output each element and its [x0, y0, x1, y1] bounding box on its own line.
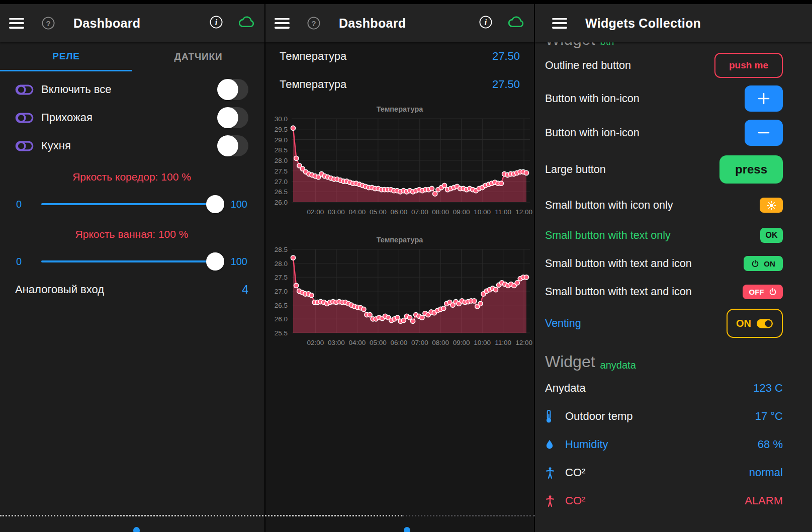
data-row-co2-normal: CO² normal	[545, 459, 783, 487]
svg-text:27.5: 27.5	[275, 167, 288, 175]
switch-label: Включить все	[41, 83, 111, 96]
svg-text:Температура: Температура	[377, 105, 424, 113]
button-label: OFF	[749, 288, 764, 296]
menu-icon[interactable]	[275, 18, 290, 29]
ok-button[interactable]: OK	[760, 228, 783, 243]
widget-row-plus: Button with ion-icon	[545, 81, 783, 116]
data-value: normal	[749, 466, 783, 479]
temperature-chart-2: 02:0003:0004:0005:0006:0007:0008:0009:00…	[265, 234, 534, 352]
widget-heading-title: Widget	[545, 42, 595, 48]
svg-text:03:00: 03:00	[328, 339, 345, 346]
venting-toggle-button[interactable]: ON	[727, 309, 783, 338]
temperature-value: 27.50	[492, 78, 520, 91]
bottom-dotted-divider	[0, 515, 402, 516]
decrement-button[interactable]	[745, 120, 783, 146]
svg-text:26.0: 26.0	[275, 199, 288, 206]
page-title: Widgets Collection	[585, 16, 701, 31]
power-icon	[769, 288, 777, 296]
panel-dashboard-sensors: ? Dashboard i Температура 27.50 Температ…	[265, 4, 534, 532]
widget-row-on-button: Small button with text and icon ON	[545, 249, 783, 278]
row-label: Button with ion-icon	[545, 127, 640, 139]
menu-icon[interactable]	[552, 18, 567, 29]
svg-text:i: i	[485, 18, 487, 27]
button-label: press	[735, 162, 767, 176]
data-label: Humidity	[565, 438, 608, 451]
slider-max-label: 100	[225, 199, 247, 210]
info-icon[interactable]: i	[479, 15, 493, 31]
cloud-icon[interactable]	[237, 16, 255, 31]
svg-text:11:00: 11:00	[495, 339, 511, 346]
svg-text:07:00: 07:00	[411, 208, 428, 216]
header: Widgets Collection	[535, 4, 812, 42]
data-label: CO²	[565, 494, 585, 507]
help-icon[interactable]: ?	[41, 16, 55, 30]
on-button[interactable]: ON	[744, 256, 783, 271]
panel-widgets-collection: Widgets Collection Widgetbtn Outline red…	[535, 4, 812, 532]
data-row-co2-alarm: CO² ALARM	[545, 487, 783, 515]
slider-row: 0 100	[15, 193, 248, 215]
row-label: Venting	[545, 317, 581, 330]
body-icon	[545, 495, 558, 507]
row-label: Small button with text and icon	[545, 286, 692, 298]
svg-text:12:00: 12:00	[515, 339, 532, 346]
widget-row-large-button: Large button press	[545, 150, 783, 189]
increment-button[interactable]	[745, 85, 783, 112]
analog-input-value: 4	[242, 283, 248, 297]
svg-text:05:00: 05:00	[370, 339, 387, 346]
page-title: Dashboard	[339, 16, 406, 31]
widget-row-off-button: Small button with text and icon OFF	[545, 278, 783, 306]
temperature-value-row: Температура 27.50	[265, 70, 534, 99]
menu-icon[interactable]	[9, 18, 24, 29]
panel-dashboard-relays: ? Dashboard i РЕЛЕ ДАТЧИКИ Включить все	[0, 4, 264, 532]
add-icon	[757, 92, 771, 106]
slider-title-corridor: Яркость коредор: 100 %	[15, 171, 248, 183]
off-button[interactable]: OFF	[743, 285, 783, 299]
button-label: ON	[736, 318, 751, 329]
tab-relays[interactable]: РЕЛЕ	[0, 42, 132, 71]
tab-sensors[interactable]: ДАТЧИКИ	[132, 42, 264, 71]
widget-heading-title: Widget	[545, 352, 595, 371]
svg-text:06:00: 06:00	[390, 208, 407, 216]
svg-text:05:00: 05:00	[370, 208, 387, 216]
data-label: Outdoor temp	[565, 410, 633, 423]
brightness-bathroom-slider[interactable]	[41, 260, 222, 262]
switch-kitchen[interactable]	[217, 135, 248, 156]
svg-text:28.0: 28.0	[275, 157, 288, 164]
temperature-chart-1: 02:0003:0004:0005:0006:0007:0008:0009:00…	[265, 104, 534, 221]
svg-text:07:00: 07:00	[411, 339, 428, 346]
page-title: Dashboard	[73, 16, 140, 31]
row-label: Small button with text and icon	[545, 257, 692, 270]
header: ? Dashboard i	[265, 4, 534, 42]
svg-text:28.5: 28.5	[275, 246, 288, 253]
svg-text:06:00: 06:00	[390, 339, 407, 346]
svg-text:?: ?	[311, 19, 316, 28]
svg-text:10:00: 10:00	[474, 339, 491, 346]
slider-thumb[interactable]	[206, 195, 224, 213]
info-icon[interactable]: i	[209, 15, 223, 31]
data-label: CO²	[565, 466, 585, 479]
temperature-label: Температура	[280, 50, 346, 63]
header: ? Dashboard i	[0, 4, 264, 42]
data-row-outdoor-temp: Outdoor temp 17 °C	[545, 402, 783, 430]
press-button[interactable]: press	[719, 155, 783, 184]
brightness-corridor-slider[interactable]	[41, 203, 222, 205]
slider-max-label: 100	[225, 256, 247, 268]
data-value: 68 %	[758, 438, 783, 451]
widget-anydata-heading: Widget anydata	[545, 348, 783, 374]
help-icon[interactable]: ?	[307, 16, 321, 30]
svg-text:25.5: 25.5	[275, 329, 288, 337]
switch-hallway[interactable]	[217, 107, 248, 128]
cloud-icon[interactable]	[507, 16, 525, 31]
data-row-anydata: Anydata 123 C	[545, 374, 783, 402]
switch-row-hallway: Прихожая	[15, 104, 248, 132]
bottom-dotted-divider	[402, 515, 535, 516]
push-me-button[interactable]: push me	[714, 53, 783, 78]
row-label: Large button	[545, 163, 606, 176]
svg-text:04:00: 04:00	[349, 208, 366, 216]
slider-thumb[interactable]	[206, 252, 224, 271]
sun-button[interactable]	[760, 198, 783, 213]
switch-all[interactable]	[217, 79, 248, 100]
svg-text:09:00: 09:00	[453, 208, 470, 216]
toggle-on-icon	[756, 318, 773, 329]
svg-text:29.0: 29.0	[275, 136, 288, 144]
